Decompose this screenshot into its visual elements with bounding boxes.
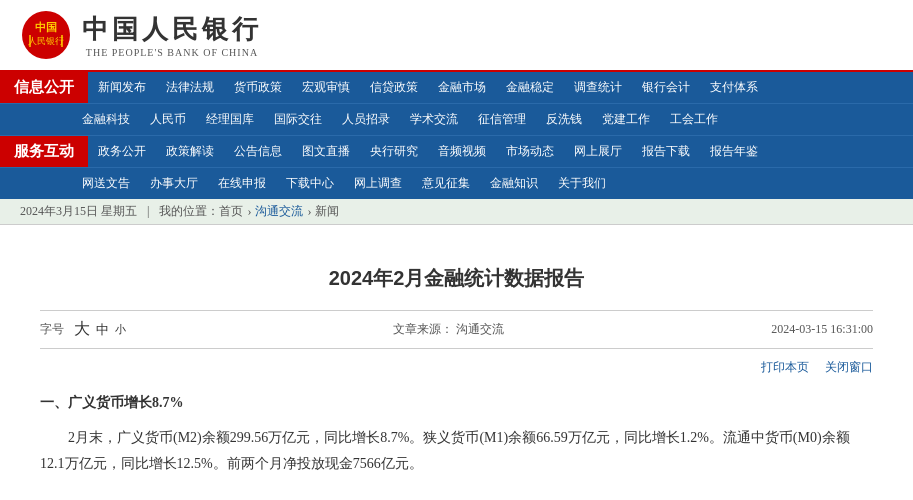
nav-item-party[interactable]: 党建工作	[592, 104, 660, 135]
nav-item-survey-stats[interactable]: 调查统计	[564, 72, 632, 103]
close-button[interactable]: 关闭窗口	[825, 359, 873, 376]
source-value: 沟通交流	[456, 322, 504, 336]
nav-label-info: 信息公开	[0, 72, 88, 103]
nav-item-bank-accounting[interactable]: 银行会计	[632, 72, 700, 103]
nav-item-macro[interactable]: 宏观审慎	[292, 72, 360, 103]
nav-item-union[interactable]: 工会工作	[660, 104, 728, 135]
breadcrumb-location-label: 我的位置：首页	[159, 203, 243, 220]
nav-item-survey[interactable]: 网上调查	[344, 168, 412, 199]
nav-item-exhibition[interactable]: 网上展厅	[564, 136, 632, 167]
nav-item-treasury[interactable]: 经理国库	[196, 104, 264, 135]
font-size-medium[interactable]: 中	[96, 321, 109, 339]
nav-row1-items: 新闻发布 法律法规 货币政策 宏观审慎 信贷政策 金融市场 金融稳定 调查统计 …	[88, 72, 768, 103]
nav-item-news[interactable]: 新闻发布	[88, 72, 156, 103]
nav-item-credit[interactable]: 信贷政策	[360, 72, 428, 103]
logo-chinese: 中国人民银行	[82, 12, 262, 47]
nav-item-announcement[interactable]: 公告信息	[224, 136, 292, 167]
nav-row-2: 金融科技 人民币 经理国库 国际交往 人员招录 学术交流 征信管理 反洗钱 党建…	[0, 104, 913, 136]
nav-item-intl[interactable]: 国际交往	[264, 104, 332, 135]
article-body: 一、广义货币增长8.7% 2月末，广义货币(M2)余额299.56万亿元，同比增…	[40, 390, 873, 478]
nav-item-notice[interactable]: 网送文告	[72, 168, 140, 199]
nav-item-live[interactable]: 图文直播	[292, 136, 360, 167]
article-title: 2024年2月金融统计数据报告	[40, 265, 873, 292]
nav-row-4: 网送文告 办事大厅 在线申报 下载中心 网上调查 意见征集 金融知识 关于我们	[0, 168, 913, 199]
nav-row-1: 信息公开 新闻发布 法律法规 货币政策 宏观审慎 信贷政策 金融市场 金融稳定 …	[0, 72, 913, 104]
article-para1: 2月末，广义货币(M2)余额299.56万亿元，同比增长8.7%。狭义货币(M1…	[40, 425, 873, 478]
source-label: 文章来源：	[393, 322, 453, 336]
nav-item-recruitment[interactable]: 人员招录	[332, 104, 400, 135]
article-actions: 打印本页 关闭窗口	[40, 359, 873, 376]
nav-item-download[interactable]: 下载中心	[276, 168, 344, 199]
nav-item-report-yearbook[interactable]: 报告年鉴	[700, 136, 768, 167]
meta-font-size: 字号 大 中 小	[40, 319, 126, 340]
section1-heading: 一、广义货币增长8.7%	[40, 390, 873, 417]
font-size-small[interactable]: 小	[115, 322, 126, 337]
nav-item-fintech[interactable]: 金融科技	[72, 104, 140, 135]
nav-item-audio-video[interactable]: 音频视频	[428, 136, 496, 167]
nav-item-currency-policy[interactable]: 货币政策	[224, 72, 292, 103]
breadcrumb-sep1: ›	[247, 204, 251, 219]
breadcrumb-date: 2024年3月15日 星期五	[20, 203, 137, 220]
nav-item-gov-open[interactable]: 政务公开	[88, 136, 156, 167]
nav-label-service: 服务互动	[0, 136, 88, 167]
nav-item-report-download[interactable]: 报告下载	[632, 136, 700, 167]
nav-row2-items: 金融科技 人民币 经理国库 国际交往 人员招录 学术交流 征信管理 反洗钱 党建…	[72, 104, 728, 135]
svg-text:人民银行: 人民银行	[28, 36, 64, 46]
article-meta: 字号 大 中 小 文章来源： 沟通交流 2024-03-15 16:31:00	[40, 310, 873, 349]
breadcrumb: 2024年3月15日 星期五 | 我的位置：首页 › 沟通交流 › 新闻	[0, 199, 913, 225]
nav-item-office-hall[interactable]: 办事大厅	[140, 168, 208, 199]
meta-date: 2024-03-15 16:31:00	[771, 322, 873, 337]
breadcrumb-sep2: ›	[307, 204, 311, 219]
logo-emblem-icon: 中国 人民银行	[20, 9, 72, 61]
nav-item-research[interactable]: 央行研究	[360, 136, 428, 167]
main-content: 2024年2月金融统计数据报告 字号 大 中 小 文章来源： 沟通交流 2024…	[0, 225, 913, 500]
nav-row3-items: 政务公开 政策解读 公告信息 图文直播 央行研究 音频视频 市场动态 网上展厅 …	[88, 136, 768, 167]
nav-item-about[interactable]: 关于我们	[548, 168, 616, 199]
svg-point-0	[22, 11, 70, 59]
breadcrumb-section[interactable]: 沟通交流	[255, 203, 303, 220]
logo-area: 中国 人民银行 中国人民银行 THE PEOPLE'S BANK OF CHIN…	[20, 9, 262, 61]
main-nav: 信息公开 新闻发布 法律法规 货币政策 宏观审慎 信贷政策 金融市场 金融稳定 …	[0, 72, 913, 199]
nav-item-market-dynamics[interactable]: 市场动态	[496, 136, 564, 167]
logo-text: 中国人民银行 THE PEOPLE'S BANK OF CHINA	[82, 12, 262, 58]
nav-item-credit-mgmt[interactable]: 征信管理	[468, 104, 536, 135]
nav-item-law[interactable]: 法律法规	[156, 72, 224, 103]
nav-item-policy-read[interactable]: 政策解读	[156, 136, 224, 167]
nav-item-finance-market[interactable]: 金融市场	[428, 72, 496, 103]
nav-item-payment[interactable]: 支付体系	[700, 72, 768, 103]
nav-row-3: 服务互动 政务公开 政策解读 公告信息 图文直播 央行研究 音频视频 市场动态 …	[0, 136, 913, 168]
print-button[interactable]: 打印本页	[761, 359, 809, 376]
breadcrumb-current: 新闻	[315, 203, 339, 220]
nav-item-finance-stability[interactable]: 金融稳定	[496, 72, 564, 103]
nav-item-finance-knowledge[interactable]: 金融知识	[480, 168, 548, 199]
font-label: 字号	[40, 321, 64, 338]
nav-row4-items: 网送文告 办事大厅 在线申报 下载中心 网上调查 意见征集 金融知识 关于我们	[72, 168, 616, 199]
logo-english: THE PEOPLE'S BANK OF CHINA	[86, 47, 258, 58]
nav-item-aml[interactable]: 反洗钱	[536, 104, 592, 135]
nav-item-academic[interactable]: 学术交流	[400, 104, 468, 135]
site-header: 中国 人民银行 中国人民银行 THE PEOPLE'S BANK OF CHIN…	[0, 0, 913, 72]
svg-text:中国: 中国	[35, 21, 57, 33]
font-size-large[interactable]: 大	[74, 319, 90, 340]
nav-item-online-report[interactable]: 在线申报	[208, 168, 276, 199]
nav-item-feedback[interactable]: 意见征集	[412, 168, 480, 199]
nav-item-rmb[interactable]: 人民币	[140, 104, 196, 135]
meta-source: 文章来源： 沟通交流	[126, 321, 771, 338]
